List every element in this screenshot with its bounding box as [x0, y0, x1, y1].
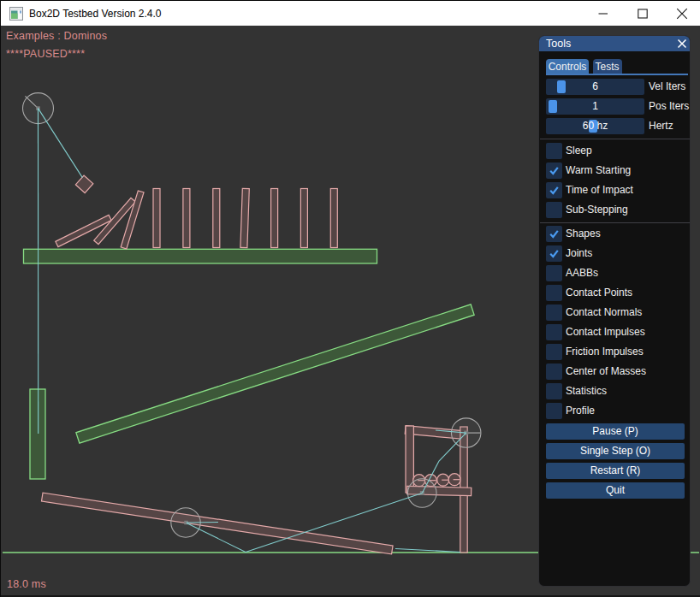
vel-iters-label: Vel Iters [649, 79, 685, 95]
tools-close-icon[interactable] [677, 38, 687, 49]
domino-6 [213, 189, 220, 248]
checkbox-row-contact-impulses[interactable]: Contact Impulses [546, 324, 690, 340]
separator [540, 222, 690, 223]
hertz-label: Hertz [649, 118, 673, 134]
checkbox-row-statistics[interactable]: Statistics [546, 383, 690, 399]
checkbox[interactable] [546, 143, 562, 159]
shelf-platform [24, 249, 377, 263]
checkbox[interactable] [546, 383, 562, 399]
minimize-button[interactable] [584, 1, 623, 27]
checkbox[interactable] [546, 202, 562, 218]
checkbox-label: Center of Masses [566, 364, 646, 380]
tab-underline [546, 74, 688, 75]
checkbox-row-time-of-impact[interactable]: Time of Impact [546, 182, 690, 198]
single-step-button[interactable]: Single Step (O) [546, 443, 685, 459]
checkbox-label: Friction Impulses [566, 344, 644, 360]
checkbox-row-joints[interactable]: Joints [546, 245, 690, 262]
checkbox-row-profile[interactable]: Profile [546, 403, 690, 419]
app-window: Box2D Testbed Version 2.4.0 Examples : D… [0, 0, 700, 597]
hertz-value: 60 hz [546, 118, 644, 134]
checkbox[interactable] [546, 403, 562, 419]
maximize-icon [638, 9, 648, 19]
checkbox[interactable] [546, 226, 562, 242]
vertical-plank [30, 389, 45, 479]
checkbox[interactable] [546, 304, 562, 321]
window-title: Box2D Testbed Version 2.4.0 [29, 1, 162, 27]
checkbox-row-shapes[interactable]: Shapes [546, 226, 690, 242]
draw-checkbox-group: ShapesJointsAABBsContact PointsContact N… [546, 226, 690, 423]
checkbox-label: Sleep [566, 143, 592, 159]
checkbox-label: Joints [566, 245, 592, 262]
checkbox-label: Time of Impact [566, 182, 633, 198]
seesaw-plank [42, 493, 394, 554]
checkbox[interactable] [546, 285, 562, 301]
tab-controls[interactable]: Controls [546, 59, 589, 74]
domino-9 [300, 189, 307, 248]
pause-button[interactable]: Pause (P) [546, 423, 685, 440]
checkbox-label: Contact Normals [566, 304, 642, 321]
checkbox[interactable] [546, 344, 562, 360]
tools-window: Tools Controls Tests 6 Vel Iters 1 Pos I… [538, 35, 691, 587]
pos-iters-value: 1 [546, 98, 644, 115]
vel-iters-slider[interactable]: 6 Vel Iters [546, 79, 690, 95]
example-label: Examples : Dominos [6, 30, 107, 42]
checkbox-label: Profile [566, 403, 595, 419]
pos-iters-label: Pos Iters [649, 98, 689, 115]
domino-10 [330, 189, 337, 248]
checkbox-label: Statistics [566, 383, 607, 399]
checkbox[interactable] [546, 182, 562, 198]
checkbox-label: Warm Starting [566, 163, 631, 179]
checkbox[interactable] [546, 245, 562, 262]
domino-7 [240, 188, 249, 247]
checkbox-row-sub-stepping[interactable]: Sub-Stepping [546, 202, 690, 218]
checkbox-row-friction-impulses[interactable]: Friction Impulses [546, 344, 690, 360]
domino-4 [153, 189, 160, 248]
joint-pendulum [39, 109, 83, 178]
checkbox-row-contact-normals[interactable]: Contact Normals [546, 304, 690, 321]
checkbox[interactable] [546, 364, 562, 380]
checkbox-label: Sub-Stepping [566, 202, 628, 218]
checkbox[interactable] [546, 163, 562, 179]
tools-title: Tools [546, 36, 571, 51]
checkbox-row-aabbs[interactable]: AABBs [546, 265, 690, 281]
joint-ground [395, 549, 460, 553]
os-titlebar: Box2D Testbed Version 2.4.0 [1, 0, 700, 26]
checkbox-label: AABBs [566, 265, 598, 281]
tab-tests[interactable]: Tests [593, 59, 622, 74]
checkbox-label: Contact Impulses [566, 324, 645, 340]
checkbox-label: Contact Points [566, 285, 632, 301]
joint-seesaw-axis [187, 523, 218, 523]
hertz-slider[interactable]: 60 hz Hertz [546, 118, 690, 134]
tools-titlebar[interactable]: Tools [539, 36, 690, 51]
tilted-shelf [76, 304, 474, 443]
separator [540, 139, 690, 139]
quit-button[interactable]: Quit [546, 482, 685, 499]
checkbox-row-sleep[interactable]: Sleep [546, 143, 690, 159]
vel-iters-value: 6 [546, 79, 644, 95]
checkbox-row-warm-starting[interactable]: Warm Starting [546, 163, 690, 179]
checkbox-row-contact-points[interactable]: Contact Points [546, 285, 690, 301]
domino-5 [183, 189, 190, 248]
minimize-icon [598, 9, 608, 19]
maximize-button[interactable] [623, 1, 662, 27]
paused-label: ****PAUSED**** [6, 48, 85, 60]
domino-8 [271, 189, 278, 248]
checkbox[interactable] [546, 324, 562, 340]
pos-iters-slider[interactable]: 1 Pos Iters [546, 98, 690, 115]
app-icon [9, 7, 23, 21]
checkbox-label: Shapes [566, 226, 601, 242]
checkbox-row-center-of-masses[interactable]: Center of Masses [546, 364, 690, 380]
close-icon [677, 9, 688, 20]
pendulum-box [75, 175, 92, 192]
restart-button[interactable]: Restart (R) [546, 463, 685, 479]
solver-checkbox-group: SleepWarm StartingTime of ImpactSub-Step… [546, 143, 690, 222]
close-button[interactable] [662, 1, 700, 27]
frame-time-label: 18.0 ms [7, 578, 46, 590]
checkbox[interactable] [546, 265, 562, 281]
